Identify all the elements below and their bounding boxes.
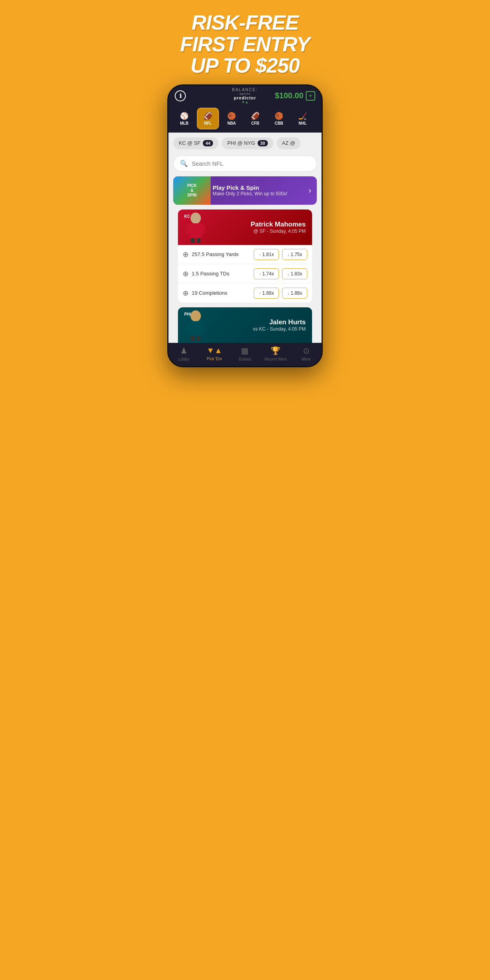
svg-rect-10 bbox=[191, 336, 195, 341]
game-chip-phinyg[interactable]: PHI @ NYG 30 bbox=[222, 137, 273, 149]
balance-row: ℹ BALANCE: sports predictor ▼▲ $100.00 + bbox=[175, 90, 315, 101]
nhl-icon: 🏒 bbox=[298, 112, 307, 120]
mahomes-meta: @ SF - Sunday, 4:05 PM bbox=[251, 228, 306, 234]
svg-rect-11 bbox=[197, 336, 200, 341]
svg-rect-1 bbox=[189, 223, 202, 238]
search-bar[interactable]: 🔍 bbox=[173, 155, 317, 172]
nav-item-recent-wins[interactable]: 🏆 Recent Wins bbox=[264, 346, 288, 361]
balance-label: BALANCE: bbox=[232, 88, 258, 92]
mahomes-section: KC Patrick Mahomes @ SF - S bbox=[173, 209, 317, 303]
stat-icon-passing-tds: ⊕ bbox=[183, 269, 189, 278]
stat-row-passing-yards: ⊕ 257.5 Passing Yards 1.81x 1.75x bbox=[178, 245, 312, 264]
sport-tab-nba[interactable]: 🏀 NBA bbox=[221, 108, 243, 129]
promo-line3: UP TO $250 bbox=[171, 55, 319, 77]
mlb-icon: ⚾ bbox=[180, 112, 189, 120]
game-chip-kcsf-label: KC @ SF bbox=[179, 140, 200, 146]
sport-tab-nhl[interactable]: 🏒 NHL bbox=[292, 108, 314, 129]
stat-btn-passing-tds-up[interactable]: 1.74x bbox=[254, 268, 279, 279]
mahomes-name: Patrick Mahomes bbox=[251, 221, 306, 228]
stat-label-passing-tds: 1.5 Passing TDs bbox=[192, 271, 254, 277]
sport-tab-nfl[interactable]: 🏈 NFL bbox=[197, 108, 219, 129]
pick-spin-visual: PICK & SPIN bbox=[173, 176, 211, 205]
promo-line1: RISK-FREE bbox=[171, 12, 319, 34]
game-chip-kcsf[interactable]: KC @ SF 44 bbox=[173, 137, 219, 149]
svg-rect-4 bbox=[191, 238, 195, 243]
svg-rect-7 bbox=[189, 321, 202, 336]
svg-rect-8 bbox=[186, 322, 190, 332]
mahomes-stats: ⊕ 257.5 Passing Yards 1.81x 1.75x ⊕ 1.5 … bbox=[178, 245, 312, 303]
lobby-icon: ♟ bbox=[180, 346, 187, 355]
game-chips: KC @ SF 44 PHI @ NYG 30 AZ @ bbox=[168, 133, 322, 152]
cfb-icon: 🏈 bbox=[251, 112, 260, 120]
game-chip-az-label: AZ @ bbox=[282, 140, 295, 146]
stat-btn-completions-up[interactable]: 1.68x bbox=[254, 288, 279, 299]
game-chip-phinyg-label: PHI @ NYG bbox=[227, 140, 255, 146]
phone-header: ℹ BALANCE: sports predictor ▼▲ $100.00 + bbox=[168, 86, 322, 105]
hurts-image bbox=[182, 309, 213, 343]
nhl-label: NHL bbox=[299, 121, 307, 125]
svg-rect-3 bbox=[201, 224, 205, 234]
balance-center: BALANCE: sports predictor ▼▲ bbox=[232, 88, 258, 104]
entries-icon: ▦ bbox=[241, 346, 249, 355]
stat-row-completions: ⊕ 19 Completions 1.68x 1.88x bbox=[178, 284, 312, 303]
nav-item-entries[interactable]: ▦ Entries bbox=[233, 346, 257, 361]
nav-item-pickem[interactable]: ▼▲ Pick 'Em bbox=[202, 346, 226, 361]
nav-item-more[interactable]: ⊙ More bbox=[294, 346, 318, 361]
stat-buttons-completions: 1.68x 1.88x bbox=[254, 288, 307, 299]
stat-btn-passing-yards-down[interactable]: 1.75x bbox=[282, 249, 307, 260]
recent-wins-label: Recent Wins bbox=[264, 357, 287, 361]
svg-rect-5 bbox=[197, 238, 200, 243]
svg-point-6 bbox=[191, 310, 201, 322]
lobby-label: Lobby bbox=[178, 357, 189, 361]
promo-header: RISK-FREE FIRST ENTRY UP TO $250 bbox=[163, 0, 327, 84]
more-label: More bbox=[302, 357, 311, 361]
stat-btn-completions-down[interactable]: 1.88x bbox=[282, 288, 307, 299]
promo-line2: FIRST ENTRY bbox=[171, 34, 319, 55]
cbb-label: CBB bbox=[275, 121, 283, 125]
stat-btn-passing-yards-up[interactable]: 1.81x bbox=[254, 249, 279, 260]
stat-label-completions: 19 Completions bbox=[192, 290, 254, 296]
info-icon[interactable]: ℹ bbox=[175, 90, 186, 101]
phone-frame: ℹ BALANCE: sports predictor ▼▲ $100.00 + bbox=[167, 84, 323, 367]
entries-label: Entries bbox=[239, 357, 251, 361]
app-body: KC @ SF 44 PHI @ NYG 30 AZ @ 🔍 bbox=[168, 133, 322, 343]
pick-spin-banner[interactable]: PICK & SPIN Play Pick & Spin Make Only 2… bbox=[173, 176, 317, 205]
pick-spin-subtitle: Make Only 2 Picks, Win up to 500x! bbox=[213, 191, 309, 196]
nfl-icon: 🏈 bbox=[204, 112, 212, 120]
game-chip-kcsf-badge: 44 bbox=[203, 140, 213, 146]
sports-predictor-logo: sports predictor ▼▲ bbox=[234, 92, 256, 104]
nav-item-lobby[interactable]: ♟ Lobby bbox=[172, 346, 196, 361]
stat-btn-passing-tds-down[interactable]: 1.83x bbox=[282, 268, 307, 279]
hurts-section: PHI Jalen Hurts vs KC - Sun bbox=[173, 307, 317, 343]
add-funds-button[interactable]: + bbox=[306, 91, 315, 101]
sport-tab-cfb[interactable]: 🏈 CFB bbox=[244, 108, 266, 129]
mahomes-silhouette bbox=[182, 211, 209, 243]
mahomes-image bbox=[182, 211, 213, 245]
pick-spin-text: Play Pick & Spin Make Only 2 Picks, Win … bbox=[213, 184, 309, 196]
promo-text: RISK-FREE FIRST ENTRY UP TO $250 bbox=[171, 12, 319, 77]
hurts-silhouette bbox=[182, 309, 209, 341]
nba-icon: 🏀 bbox=[227, 112, 236, 120]
search-input[interactable] bbox=[192, 160, 310, 167]
cbb-icon: 🏀 bbox=[275, 112, 283, 120]
game-chip-phinyg-badge: 30 bbox=[258, 140, 268, 146]
sport-tab-cbb[interactable]: 🏀 CBB bbox=[268, 108, 290, 129]
balance-value: $100.00 bbox=[275, 91, 303, 100]
game-chip-az[interactable]: AZ @ bbox=[277, 137, 301, 149]
mahomes-info: Patrick Mahomes @ SF - Sunday, 4:05 PM bbox=[251, 221, 306, 234]
search-icon: 🔍 bbox=[180, 160, 188, 167]
pick-spin-title: Play Pick & Spin bbox=[213, 184, 309, 191]
cfb-label: CFB bbox=[251, 121, 260, 125]
stat-buttons-passing-yards: 1.81x 1.75x bbox=[254, 249, 307, 260]
pickem-icon: ▼▲ bbox=[207, 346, 223, 355]
mlb-label: MLB bbox=[180, 121, 189, 125]
stat-label-passing-yards: 257.5 Passing Yards bbox=[192, 251, 254, 257]
balance-amount-section: $100.00 + bbox=[275, 91, 315, 101]
svg-point-0 bbox=[191, 213, 201, 224]
logo-top: sports bbox=[239, 92, 251, 95]
sport-tabs: ⚾ MLB 🏈 NFL 🏀 NBA 🏈 CFB 🏀 CBB 🏒 NHL bbox=[168, 105, 322, 133]
stat-row-passing-tds: ⊕ 1.5 Passing TDs 1.74x 1.83x bbox=[178, 264, 312, 284]
sport-tab-mlb[interactable]: ⚾ MLB bbox=[173, 108, 195, 129]
nba-label: NBA bbox=[227, 121, 236, 125]
stat-icon-passing-yards: ⊕ bbox=[183, 250, 189, 259]
